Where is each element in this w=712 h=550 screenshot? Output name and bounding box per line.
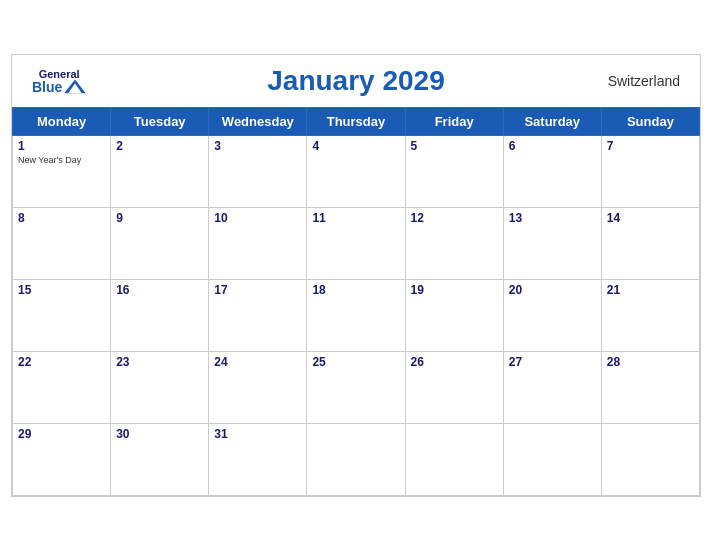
calendar-cell: 21 (601, 279, 699, 351)
calendar-cell: 31 (209, 423, 307, 495)
day-number: 3 (214, 139, 301, 153)
col-header-saturday: Saturday (503, 107, 601, 135)
day-number: 11 (312, 211, 399, 225)
day-number: 17 (214, 283, 301, 297)
calendar-cell (601, 423, 699, 495)
col-header-sunday: Sunday (601, 107, 699, 135)
day-number: 25 (312, 355, 399, 369)
calendar-cell: 26 (405, 351, 503, 423)
calendar-cell: 13 (503, 207, 601, 279)
country-label: Switzerland (608, 73, 680, 89)
calendar-cell: 2 (111, 135, 209, 207)
calendar-cell: 22 (13, 351, 111, 423)
day-number: 21 (607, 283, 694, 297)
logo-icon (64, 79, 86, 93)
day-number: 1 (18, 139, 105, 153)
calendar-cell: 8 (13, 207, 111, 279)
day-number: 7 (607, 139, 694, 153)
calendar-cell: 11 (307, 207, 405, 279)
day-number: 31 (214, 427, 301, 441)
day-number: 10 (214, 211, 301, 225)
col-header-wednesday: Wednesday (209, 107, 307, 135)
day-number: 16 (116, 283, 203, 297)
calendar-header-row: MondayTuesdayWednesdayThursdayFridaySatu… (13, 107, 700, 135)
calendar-cell: 30 (111, 423, 209, 495)
holiday-label: New Year's Day (18, 155, 105, 165)
calendar-week-row: 293031 (13, 423, 700, 495)
day-number: 22 (18, 355, 105, 369)
day-number: 13 (509, 211, 596, 225)
calendar-cell: 29 (13, 423, 111, 495)
calendar-cell: 4 (307, 135, 405, 207)
day-number: 6 (509, 139, 596, 153)
calendar-cell: 6 (503, 135, 601, 207)
calendar-container: General Blue January 2029 Switzerland Mo… (11, 54, 701, 497)
day-number: 5 (411, 139, 498, 153)
logo-blue: Blue (32, 79, 62, 93)
calendar-cell: 24 (209, 351, 307, 423)
col-header-monday: Monday (13, 107, 111, 135)
calendar-cell: 15 (13, 279, 111, 351)
logo-area: General Blue (32, 68, 86, 93)
calendar-cell: 17 (209, 279, 307, 351)
calendar-cell: 7 (601, 135, 699, 207)
calendar-header: General Blue January 2029 Switzerland (12, 55, 700, 107)
day-number: 24 (214, 355, 301, 369)
calendar-table: MondayTuesdayWednesdayThursdayFridaySatu… (12, 107, 700, 496)
calendar-week-row: 15161718192021 (13, 279, 700, 351)
day-number: 20 (509, 283, 596, 297)
calendar-week-row: 891011121314 (13, 207, 700, 279)
col-header-thursday: Thursday (307, 107, 405, 135)
calendar-cell: 20 (503, 279, 601, 351)
day-number: 30 (116, 427, 203, 441)
calendar-week-row: 22232425262728 (13, 351, 700, 423)
calendar-cell: 1New Year's Day (13, 135, 111, 207)
calendar-cell (405, 423, 503, 495)
calendar-cell: 19 (405, 279, 503, 351)
calendar-cell (307, 423, 405, 495)
calendar-cell: 12 (405, 207, 503, 279)
calendar-cell: 27 (503, 351, 601, 423)
day-number: 2 (116, 139, 203, 153)
day-number: 15 (18, 283, 105, 297)
day-number: 26 (411, 355, 498, 369)
day-number: 8 (18, 211, 105, 225)
day-number: 9 (116, 211, 203, 225)
day-number: 4 (312, 139, 399, 153)
calendar-cell: 28 (601, 351, 699, 423)
calendar-cell: 16 (111, 279, 209, 351)
calendar-cell: 10 (209, 207, 307, 279)
day-number: 23 (116, 355, 203, 369)
calendar-cell (503, 423, 601, 495)
calendar-cell: 9 (111, 207, 209, 279)
day-number: 19 (411, 283, 498, 297)
day-number: 29 (18, 427, 105, 441)
calendar-cell: 5 (405, 135, 503, 207)
col-header-friday: Friday (405, 107, 503, 135)
calendar-cell: 25 (307, 351, 405, 423)
calendar-cell: 14 (601, 207, 699, 279)
day-number: 28 (607, 355, 694, 369)
day-number: 27 (509, 355, 596, 369)
day-number: 12 (411, 211, 498, 225)
calendar-cell: 3 (209, 135, 307, 207)
day-number: 18 (312, 283, 399, 297)
col-header-tuesday: Tuesday (111, 107, 209, 135)
calendar-title: January 2029 (267, 65, 444, 97)
calendar-cell: 23 (111, 351, 209, 423)
calendar-cell: 18 (307, 279, 405, 351)
day-number: 14 (607, 211, 694, 225)
calendar-week-row: 1New Year's Day234567 (13, 135, 700, 207)
